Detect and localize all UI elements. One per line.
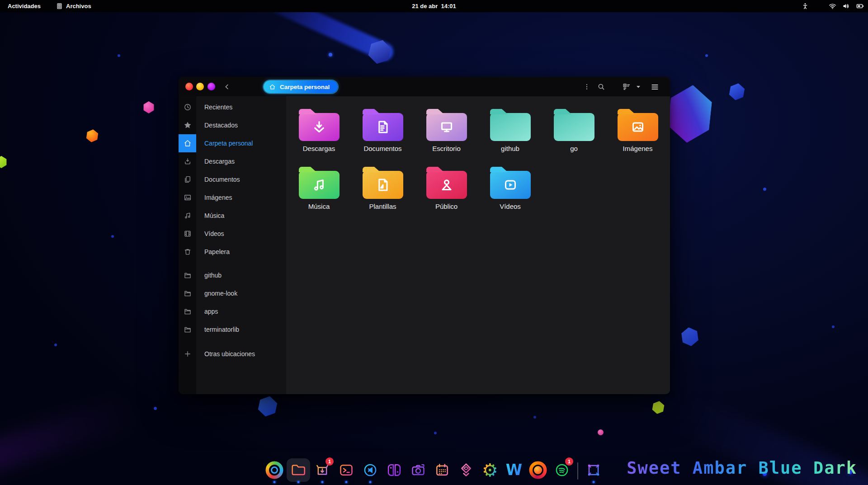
chevron-down-icon[interactable]	[633, 81, 644, 92]
dock-app-installer[interactable]: 1	[312, 458, 332, 484]
sidebar-item-destacados[interactable]: Destacados	[179, 116, 286, 134]
sidebar-item-github[interactable]: github	[179, 266, 286, 284]
calendar-icon	[432, 460, 452, 480]
sidebar-item-recientes[interactable]: Recientes	[179, 98, 286, 116]
dock-terminal[interactable]	[336, 458, 356, 484]
folder-icon	[299, 113, 340, 141]
folder-icon	[426, 113, 467, 141]
nintendo-switch-icon	[384, 460, 404, 480]
accessibility-icon[interactable]	[802, 3, 809, 10]
wifi-icon[interactable]	[829, 2, 836, 10]
person-icon	[439, 177, 455, 193]
hexagon-decoration	[651, 400, 666, 415]
volume-icon[interactable]	[842, 2, 850, 10]
system-tray	[802, 2, 864, 10]
folder-icon	[179, 320, 196, 339]
close-button[interactable]	[185, 83, 193, 90]
sidebar-item-apps[interactable]: apps	[179, 302, 286, 320]
running-indicator	[321, 481, 324, 483]
folder-item-github[interactable]: github	[478, 108, 542, 166]
w-letter-icon: W	[504, 460, 524, 480]
wallpaper-dot	[598, 429, 604, 435]
sidebar-item-label: Otras ubicaciones	[204, 350, 255, 358]
sidebar-item-musica[interactable]: Música	[179, 207, 286, 225]
music-icon	[179, 207, 196, 225]
folder-item-videos[interactable]: Vídeos	[478, 166, 542, 224]
sidebar-item-terminatorlib[interactable]: terminatorlib	[179, 320, 286, 339]
folder-label: go	[570, 145, 578, 153]
more-options-icon[interactable]	[581, 81, 592, 92]
dock-spotify[interactable]: 1	[552, 458, 572, 484]
top-panel: Actividades Archivos 21 de abr 14:01	[0, 0, 868, 12]
search-icon[interactable]	[596, 81, 607, 92]
wallpaper-brand-text: Sweet Ambar Blue Dark	[627, 458, 857, 478]
wallpaper-dot	[54, 344, 57, 346]
chrome-icon	[264, 460, 284, 480]
folder-item-imagenes[interactable]: Imágenes	[606, 108, 670, 166]
dock-show-desktop[interactable]	[584, 458, 604, 484]
sidebar-item-label: Papelera	[204, 248, 230, 255]
maximize-button[interactable]	[208, 83, 215, 90]
folder-item-publico[interactable]: Público	[415, 166, 478, 224]
folder-icon	[179, 266, 196, 284]
folder-item-plantillas[interactable]: Plantillas	[351, 166, 415, 224]
back-button[interactable]	[222, 82, 232, 92]
dock-files[interactable]	[288, 458, 308, 484]
running-indicator	[297, 481, 300, 483]
hexagon-decoration	[85, 128, 99, 143]
running-indicator	[274, 481, 276, 483]
path-bar-button[interactable]: Carpeta personal	[264, 80, 338, 93]
home-icon	[269, 84, 276, 90]
folder-icon	[363, 171, 403, 199]
battery-icon[interactable]	[856, 2, 864, 10]
sidebar-item-papelera[interactable]: Papelera	[179, 243, 286, 261]
sidebar-item-label: terminatorlib	[204, 326, 239, 333]
dock-firefox[interactable]	[528, 458, 548, 484]
sidebar-item-label: Descargas	[204, 158, 235, 165]
sidebar-item-descargas[interactable]: Descargas	[179, 152, 286, 170]
sidebar-item-imagenes[interactable]: Imágenes	[179, 188, 286, 207]
view-mode-icon[interactable]	[621, 81, 632, 92]
folder-item-musica[interactable]: Música	[287, 166, 351, 224]
dock-nintendo-switch[interactable]	[384, 458, 404, 484]
folder-item-go[interactable]: go	[542, 108, 606, 166]
sidebar-item-videos[interactable]: Vídeos	[179, 225, 286, 243]
sidebar-item-label: Carpeta personal	[204, 140, 253, 147]
template-icon	[375, 177, 391, 193]
sidebar-item-otras-ubicaciones[interactable]: Otras ubicaciones	[179, 345, 286, 363]
folder-icon	[490, 113, 531, 141]
sidebar-item-carpeta-personal[interactable]: Carpeta personal	[179, 134, 286, 152]
titlebar[interactable]: Carpeta personal	[179, 77, 670, 96]
document-icon	[375, 119, 391, 135]
sidebar-item-label: github	[204, 272, 222, 279]
folder-grid: Descargas Documentos	[287, 108, 670, 224]
file-view[interactable]: Descargas Documentos	[286, 96, 670, 394]
folder-item-documentos[interactable]: Documentos	[351, 108, 415, 166]
sidebar-item-label: Imágenes	[204, 194, 232, 201]
dock-vscode[interactable]	[360, 458, 380, 484]
wallpaper-dot	[832, 325, 835, 328]
dock-package-diamond[interactable]	[456, 458, 476, 484]
dock-calendar[interactable]	[432, 458, 452, 484]
folder-icon	[490, 171, 531, 199]
dock-screenshot-tool[interactable]	[408, 458, 428, 484]
hamburger-menu-icon[interactable]	[649, 81, 660, 92]
gear-icon: ⚙	[480, 460, 500, 480]
sidebar-item-gnome-look[interactable]: gnome-look	[179, 284, 286, 302]
sidebar-item-documentos[interactable]: Documentos	[179, 170, 286, 188]
folder-item-escritorio[interactable]: Escritorio	[415, 108, 478, 166]
terminal-icon	[336, 460, 356, 480]
dock-settings[interactable]: ⚙	[480, 458, 500, 484]
folder-icon	[363, 113, 403, 141]
files-window: Carpeta personal	[179, 77, 670, 394]
hexagon-decoration	[0, 156, 7, 168]
clock[interactable]: 21 de abr 14:01	[0, 3, 868, 9]
sidebar-item-label: Documentos	[204, 176, 240, 183]
documents-icon	[179, 170, 196, 188]
clock-icon	[179, 98, 196, 116]
minimize-button[interactable]	[196, 83, 204, 90]
dock-wps-office[interactable]: W	[504, 458, 524, 484]
dock: 1	[264, 458, 604, 484]
folder-item-descargas[interactable]: Descargas	[287, 108, 351, 166]
dock-chrome[interactable]	[264, 458, 284, 484]
